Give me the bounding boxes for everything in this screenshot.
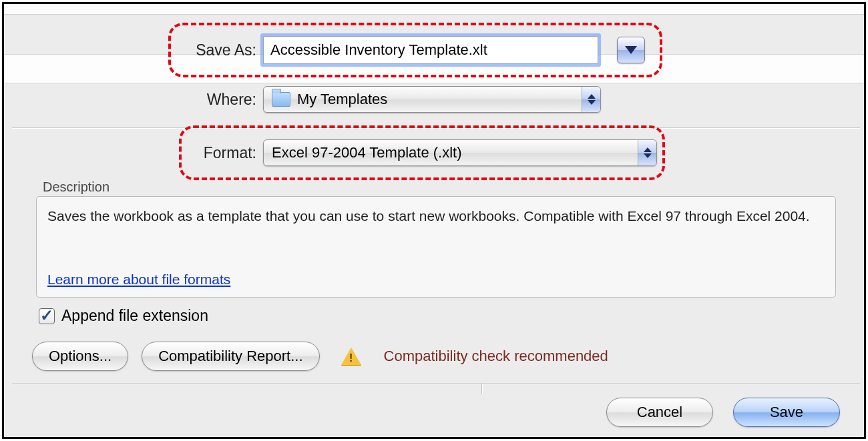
learn-more-link[interactable]: Learn more about file formats <box>47 272 230 288</box>
compatibility-report-button[interactable]: Compatibility Report... <box>142 342 319 371</box>
checkmark-icon: ✓ <box>40 309 53 322</box>
save-as-label: Save As: <box>183 41 256 59</box>
where-value: My Templates <box>297 91 387 108</box>
separator-notch <box>481 384 482 394</box>
format-row: Format: Excel 97-2004 Template (.xlt) <box>183 139 657 166</box>
warning-icon <box>341 348 361 365</box>
where-row: Where: My Templates <box>183 86 601 113</box>
save-button[interactable]: Save <box>733 398 840 427</box>
append-extension-checkbox[interactable]: ✓ <box>39 308 55 324</box>
chevron-down-icon <box>625 46 637 54</box>
options-button[interactable]: Options... <box>32 342 128 371</box>
separator <box>12 127 860 128</box>
options-row: Options... Compatibility Report... Compa… <box>32 342 608 371</box>
where-label: Where: <box>183 91 256 109</box>
cancel-button[interactable]: Cancel <box>606 398 713 427</box>
save-as-row: Save As: <box>183 36 645 64</box>
updown-arrows-icon <box>638 140 656 165</box>
compatibility-warning-text: Compatibility check recommended <box>384 348 608 365</box>
dialog-buttons: Cancel Save <box>606 398 840 427</box>
folder-icon <box>272 92 290 107</box>
append-extension-row[interactable]: ✓ Append file extension <box>39 307 208 325</box>
format-value: Excel 97-2004 Template (.xlt) <box>272 144 462 161</box>
expand-browser-button[interactable] <box>617 37 645 63</box>
updown-arrows-icon <box>582 87 600 112</box>
description-heading: Description <box>43 179 110 195</box>
format-label: Format: <box>183 144 256 162</box>
description-box: Saves the workbook as a template that yo… <box>36 196 836 298</box>
separator <box>12 383 860 384</box>
save-dialog: Save As: Where: My Templates Format: Exc… <box>2 2 866 439</box>
append-extension-label: Append file extension <box>61 307 208 325</box>
sheet-top-band <box>4 4 864 15</box>
format-popup[interactable]: Excel 97-2004 Template (.xlt) <box>263 139 657 166</box>
where-popup[interactable]: My Templates <box>263 86 601 113</box>
description-text: Saves the workbook as a template that yo… <box>47 206 825 226</box>
filename-input[interactable] <box>263 36 598 64</box>
